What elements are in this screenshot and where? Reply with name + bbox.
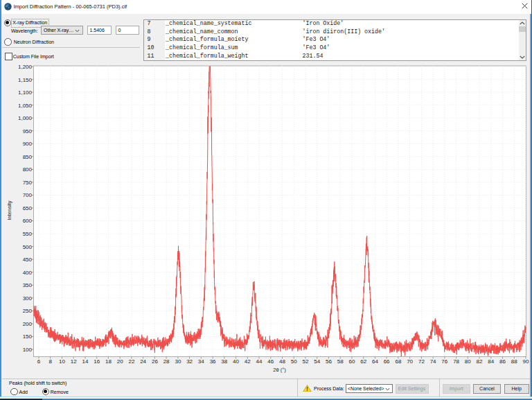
svg-text:64: 64 [372,358,378,365]
svg-text:36: 36 [210,358,216,365]
svg-text:750: 750 [23,180,33,186]
svg-text:8: 8 [48,358,52,365]
svg-text:950: 950 [23,128,33,134]
svg-text:18: 18 [105,358,112,365]
svg-text:600: 600 [23,218,33,224]
svg-text:850: 850 [23,154,33,160]
svg-text:150: 150 [23,333,33,340]
svg-text:800: 800 [23,166,33,173]
svg-text:16: 16 [94,358,100,365]
svg-text:1,050: 1,050 [18,103,33,109]
svg-text:34: 34 [198,358,204,365]
svg-text:86: 86 [499,358,506,365]
svg-text:12: 12 [71,358,77,365]
svg-text:1,000: 1,000 [18,115,33,121]
svg-text:550: 550 [23,231,33,237]
svg-text:84: 84 [488,358,494,365]
svg-text:500: 500 [23,244,33,250]
svg-text:90: 90 [523,358,529,365]
svg-text:24: 24 [140,358,146,365]
svg-text:350: 350 [23,282,33,288]
svg-text:20: 20 [117,358,123,365]
svg-text:82: 82 [477,358,483,365]
svg-text:10: 10 [59,358,65,365]
svg-text:68: 68 [395,358,401,365]
svg-text:76: 76 [441,358,447,365]
svg-text:70: 70 [407,358,413,365]
svg-text:50: 50 [291,358,297,365]
svg-text:700: 700 [23,192,33,198]
svg-text:2θ (°): 2θ (°) [273,367,286,373]
svg-text:72: 72 [418,358,425,365]
svg-text:40: 40 [233,358,239,365]
svg-text:58: 58 [337,358,344,365]
svg-text:Intensity: Intensity [6,200,12,220]
svg-text:88: 88 [511,358,517,365]
svg-text:54: 54 [314,358,320,365]
svg-text:78: 78 [453,358,459,365]
svg-text:400: 400 [23,270,33,276]
svg-text:650: 650 [23,205,33,211]
svg-text:250: 250 [23,308,33,314]
svg-text:42: 42 [245,358,251,365]
svg-text:80: 80 [465,358,471,365]
svg-text:1,150: 1,150 [18,77,33,83]
svg-text:74: 74 [430,358,436,365]
svg-text:52: 52 [303,358,309,365]
svg-text:28: 28 [163,358,170,365]
svg-text:300: 300 [23,295,33,302]
svg-text:900: 900 [23,141,33,147]
svg-text:1,100: 1,100 [18,89,33,96]
svg-text:30: 30 [175,358,181,365]
svg-text:44: 44 [256,358,263,365]
svg-text:450: 450 [23,256,33,263]
svg-text:200: 200 [23,321,33,327]
svg-text:66: 66 [384,358,390,365]
svg-text:1,200: 1,200 [18,64,33,70]
svg-text:56: 56 [326,358,332,365]
svg-text:38: 38 [221,358,227,365]
svg-text:14: 14 [82,358,89,365]
svg-text:22: 22 [128,358,134,365]
svg-text:32: 32 [186,358,193,365]
svg-text:48: 48 [279,358,285,365]
svg-text:6: 6 [37,358,41,365]
svg-text:26: 26 [152,358,158,365]
svg-text:60: 60 [348,358,355,365]
svg-text:62: 62 [360,358,366,365]
svg-text:46: 46 [267,358,274,365]
svg-text:100: 100 [23,347,33,353]
